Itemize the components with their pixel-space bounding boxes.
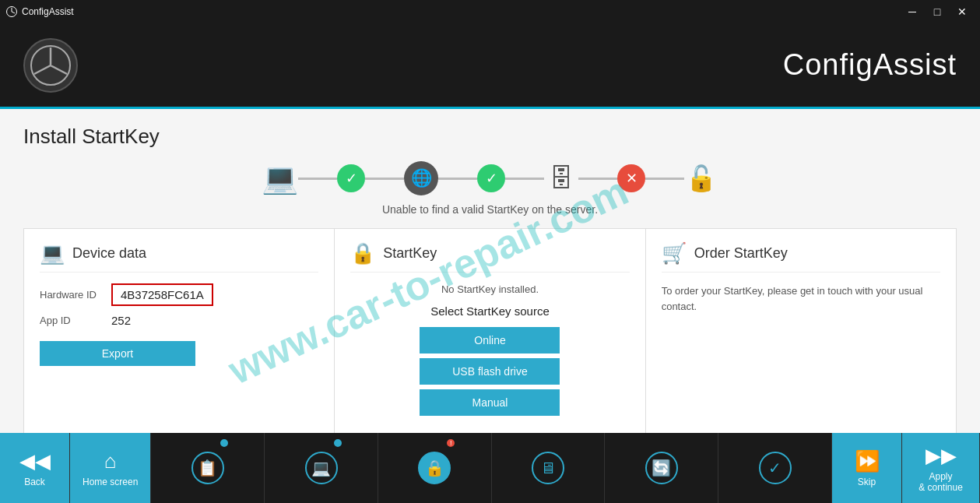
step-laptop-icon: 💻	[262, 161, 298, 195]
step-line-2	[365, 178, 404, 180]
hardware-id-row: Hardware ID 4B37258FC61A	[40, 283, 318, 306]
startkey-lock-icon: 🔒	[350, 241, 375, 266]
step-line-1	[298, 178, 337, 180]
back-label: Back	[24, 477, 45, 487]
online-button[interactable]: Online	[420, 327, 560, 354]
screen-icon: 🖥	[532, 452, 564, 484]
footer-nav-docs-button[interactable]: 📋	[151, 433, 265, 503]
step-line-5	[578, 178, 617, 180]
footer-nav-update-button[interactable]: 🔄	[605, 433, 718, 503]
home-label: Home screen	[83, 477, 138, 487]
footer-nav-screen-button[interactable]: 🖥	[492, 433, 606, 503]
skip-button[interactable]: ⏩ Skip	[832, 433, 902, 503]
step-lock-icon: 🔓	[684, 161, 718, 195]
back-icon: ◀◀	[19, 449, 51, 473]
step-check-2: ✓	[477, 164, 505, 192]
step-status-text: Unable to find a valid StartKey on the s…	[23, 203, 957, 216]
skip-icon: ⏩	[855, 449, 880, 473]
skip-label: Skip	[858, 477, 876, 487]
close-button[interactable]: ✕	[950, 1, 974, 23]
device-panel-title: Device data	[72, 245, 146, 262]
step-globe-icon: 🌐	[404, 161, 438, 195]
device-panel-header: 💻 Device data	[40, 241, 318, 273]
apply-label: Apply & continue	[919, 471, 963, 493]
step-line-3	[438, 178, 477, 180]
hardware-id-label: Hardware ID	[40, 289, 102, 301]
check-nav-icon: ✓	[759, 452, 792, 484]
app-id-value: 252	[111, 314, 131, 327]
panels-container: 💻 Device data Hardware ID 4B37258FC61A A…	[23, 228, 957, 433]
cart-icon: 🛒	[662, 241, 687, 266]
device-icon: 💻	[40, 241, 65, 266]
step-line-6	[645, 178, 684, 180]
step-line-4	[505, 178, 544, 180]
manual-button[interactable]: Manual	[420, 389, 560, 416]
footer-nav-laptop-button[interactable]: 💻	[265, 433, 378, 503]
docs-badge	[219, 438, 230, 448]
footer-nav-lock-button[interactable]: ! 🔒	[378, 433, 492, 503]
lock-badge: !	[445, 438, 456, 448]
order-description: To order your StartKey, please get in to…	[662, 283, 940, 314]
app-id-label: App ID	[40, 315, 102, 326]
startkey-panel: 🔒 StartKey No StartKey installed. Select…	[335, 229, 645, 433]
maximize-button[interactable]: □	[926, 1, 949, 23]
step-cross-icon: ✕	[617, 164, 645, 192]
laptop-badge	[332, 438, 343, 448]
update-icon: 🔄	[645, 452, 678, 484]
step-check-1: ✓	[337, 164, 365, 192]
export-button[interactable]: Export	[40, 341, 195, 366]
logo	[23, 38, 78, 93]
titlebar-left: ConfigAssist	[6, 6, 74, 17]
apply-icon: ▶▶	[926, 444, 957, 468]
source-label: Select StartKey source	[350, 304, 629, 318]
titlebar: ConfigAssist ─ □ ✕	[0, 0, 980, 23]
laptop-nav-icon: 💻	[305, 452, 338, 484]
lock-nav-icon: 🔒	[418, 452, 451, 484]
startkey-panel-header: 🔒 StartKey	[350, 241, 629, 273]
order-panel-title: Order StartKey	[694, 245, 788, 262]
steps-container: 💻 ✓ 🌐 ✓ 🗄 ✕ 🔓	[23, 161, 957, 195]
home-icon: ⌂	[104, 449, 117, 473]
footer-nav-check-button[interactable]: ✓	[718, 433, 832, 503]
device-panel: 💻 Device data Hardware ID 4B37258FC61A A…	[24, 229, 335, 433]
order-panel: 🛒 Order StartKey To order your StartKey,…	[646, 229, 956, 433]
app-id-row: App ID 252	[40, 314, 318, 327]
main-content: Install StartKey 💻 ✓ 🌐 ✓ 🗄 ✕ 🔓 Unable to…	[0, 109, 980, 433]
usb-flash-drive-button[interactable]: USB flash drive	[420, 358, 560, 385]
docs-icon: 📋	[191, 452, 224, 484]
app-icon	[6, 6, 17, 17]
page-title: Install StartKey	[23, 125, 957, 149]
apply-continue-button[interactable]: ▶▶ Apply & continue	[902, 433, 980, 503]
hardware-id-value: 4B37258FC61A	[111, 283, 213, 306]
titlebar-controls: ─ □ ✕	[901, 1, 974, 23]
startkey-panel-title: StartKey	[383, 245, 437, 262]
footer: ◀◀ Back ⌂ Home screen 📋 💻 ! 🔒 🖥 🔄	[0, 433, 980, 503]
step-db-icon: 🗄	[544, 161, 578, 195]
back-button[interactable]: ◀◀ Back	[0, 433, 70, 503]
mercedes-logo	[30, 44, 72, 86]
minimize-button[interactable]: ─	[901, 1, 924, 23]
startkey-status-text: No StartKey installed.	[350, 283, 629, 295]
app-title: ConfigAssist	[783, 48, 957, 82]
app-header: ConfigAssist	[0, 23, 980, 109]
footer-nav-items: 📋 💻 ! 🔒 🖥 🔄 ✓	[151, 433, 832, 503]
home-screen-button[interactable]: ⌂ Home screen	[70, 433, 151, 503]
titlebar-app-name: ConfigAssist	[22, 6, 74, 17]
order-panel-header: 🛒 Order StartKey	[662, 241, 940, 273]
